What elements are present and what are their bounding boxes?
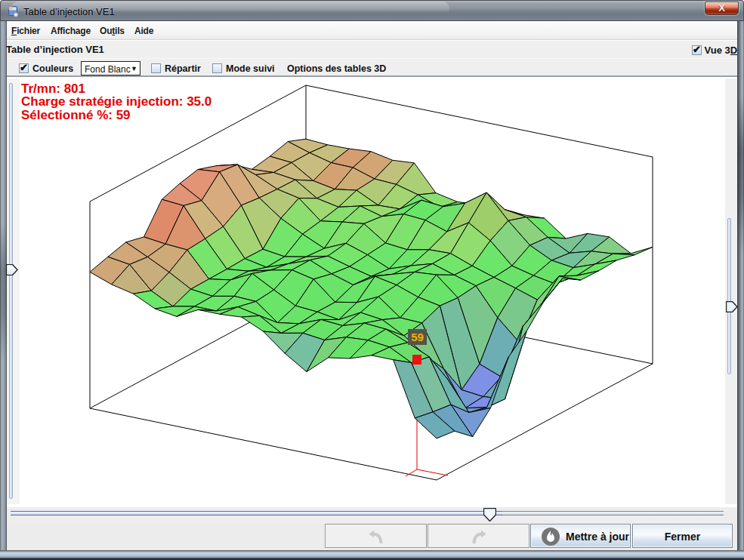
svg-text:59: 59 bbox=[411, 331, 424, 343]
